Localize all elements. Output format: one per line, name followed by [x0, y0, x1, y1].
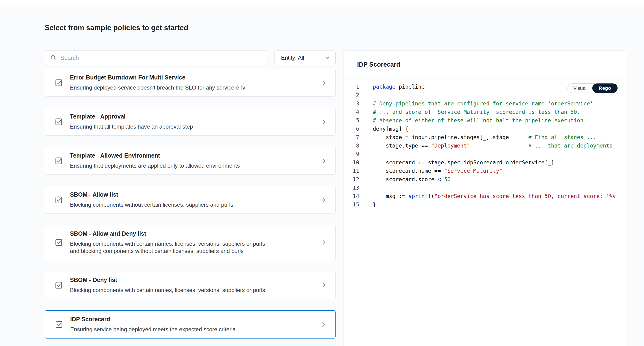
policy-title: Template - Allowed Environment: [70, 152, 320, 159]
policy-description: Blocking components with certain names, …: [70, 240, 269, 255]
chevron-down-icon: [324, 55, 330, 60]
policy-check-icon: [54, 281, 64, 290]
line-number: 6: [344, 125, 368, 133]
policy-card[interactable]: Error Budget Burndown For Multi Service …: [45, 69, 336, 96]
policy-title: SBOM - Allow list: [70, 191, 320, 198]
policy-check-icon: [54, 320, 64, 329]
rego-toggle-button[interactable]: Rego: [592, 83, 618, 93]
policy-check-icon: [54, 156, 64, 166]
policy-check-icon: [54, 78, 64, 87]
policy-preview-panel: IDP Scorecard Visual Rego 1package pipel…: [344, 50, 626, 346]
policy-card-text: SBOM - Allow and Deny list Blocking comp…: [70, 230, 320, 255]
chevron-right-icon: [320, 118, 328, 125]
policy-card[interactable]: SBOM - Deny list Blocking components wit…: [45, 271, 336, 299]
rego-code-editor[interactable]: 1package pipeline23# Deny pipelines that…: [344, 79, 626, 209]
search-icon: [50, 54, 57, 61]
policy-title: IDP Scorecard: [70, 316, 320, 323]
search-input[interactable]: [60, 54, 262, 61]
policy-card-text: SBOM - Allow list Blocking components wi…: [70, 191, 320, 208]
code-line: 3# Deny pipelines that are configured fo…: [344, 99, 626, 108]
policy-card-text: IDP Scorecard Ensuring service being dep…: [70, 316, 320, 333]
code-rows: 1package pipeline23# Deny pipelines that…: [344, 82, 626, 209]
line-number: 11: [344, 167, 368, 175]
code-line: 11 scorecard.name == "Service Maturity": [344, 167, 626, 175]
policy-card-text: SBOM - Deny list Blocking components wit…: [70, 277, 320, 294]
policy-description: Blocking components without certain lice…: [70, 201, 269, 208]
chevron-right-icon: [320, 79, 328, 86]
line-number: 1: [344, 82, 368, 91]
preview-title: IDP Scorecard: [357, 61, 400, 68]
chevron-right-icon: [320, 321, 327, 328]
policy-description: Ensuring service being deployed meets th…: [70, 326, 269, 333]
policy-title: SBOM - Deny list: [70, 277, 320, 283]
page-title: Select from sample policies to get start…: [45, 24, 188, 32]
policy-description: Ensuring that all templates have an appr…: [70, 123, 269, 130]
policy-card[interactable]: Template - Allowed Environment Ensuring …: [45, 147, 336, 175]
code-line: 10 scorecard := stage.spec.idpScorecard.…: [344, 158, 626, 167]
chevron-right-icon: [320, 282, 328, 289]
visual-toggle-button[interactable]: Visual: [568, 84, 592, 93]
code-line: 13: [344, 184, 626, 192]
code-line: 12 scorecard.score < 50: [344, 175, 626, 184]
line-number: 8: [344, 141, 368, 150]
line-number: 13: [344, 184, 368, 192]
code-line: 5# Absence of either of these will not h…: [344, 116, 626, 125]
line-number: 7: [344, 133, 368, 141]
line-number: 10: [344, 158, 368, 167]
code-line: 7 stage = input.pipeline.stages[_].stage…: [344, 133, 626, 141]
code-line: 8 stage.type == "Deployment" # ... that …: [344, 141, 626, 150]
policy-card[interactable]: SBOM - Allow and Deny list Blocking comp…: [45, 225, 336, 260]
code-line: 4# ... and score of 'Service Maturity' s…: [344, 108, 626, 116]
policy-check-icon: [54, 117, 64, 126]
line-number: 4: [344, 108, 368, 116]
code-line: 15}: [344, 200, 626, 209]
line-number: 3: [344, 99, 368, 108]
editor-view-toggle: Visual Rego: [568, 83, 618, 93]
preview-header: IDP Scorecard: [344, 51, 626, 79]
code-line: 9: [344, 150, 626, 158]
policy-library-content: Select from sample policies to get start…: [0, 4, 644, 346]
policy-card[interactable]: IDP Scorecard Ensuring service being dep…: [45, 310, 336, 339]
policy-check-icon: [54, 195, 64, 205]
policy-card-text: Template - Allowed Environment Ensuring …: [70, 152, 320, 169]
policy-card-text: Error Budget Burndown For Multi Service …: [70, 74, 320, 91]
policy-card[interactable]: SBOM - Allow list Blocking components wi…: [45, 186, 336, 214]
chevron-right-icon: [320, 196, 328, 203]
chevron-right-icon: [320, 157, 328, 164]
code-line: 6deny[msg] {: [344, 125, 626, 133]
entity-filter-dropdown[interactable]: Entity: All: [274, 50, 336, 65]
policy-description: Ensuring deployed service doesn't breach…: [70, 84, 269, 91]
line-number: 12: [344, 175, 368, 184]
policy-list: Error Budget Burndown For Multi Service …: [45, 69, 336, 339]
line-number: 5: [344, 116, 368, 125]
policy-card[interactable]: Template - Approval Ensuring that all te…: [45, 108, 336, 136]
top-nav-strip: [0, 0, 644, 4]
search-box[interactable]: [45, 50, 267, 65]
policy-title: Template - Approval: [70, 113, 320, 120]
line-number: 14: [344, 192, 368, 200]
policy-title: Error Budget Burndown For Multi Service: [70, 74, 320, 81]
chevron-right-icon: [320, 239, 328, 246]
policy-check-icon: [54, 238, 64, 247]
entity-filter-label: Entity: All: [281, 54, 304, 61]
policy-card-text: Template - Approval Ensuring that all te…: [70, 113, 320, 130]
code-line: 14 msg := sprintf("orderService has scor…: [344, 192, 626, 200]
list-controls: Entity: All: [45, 50, 336, 65]
policy-title: SBOM - Allow and Deny list: [70, 230, 320, 237]
policy-description: Ensuring that deployments are applied on…: [70, 162, 269, 169]
sample-policies-page: { "header": { "title": "Select from samp…: [0, 0, 644, 346]
policy-description: Blocking components with certain names, …: [70, 286, 269, 294]
line-number: 2: [344, 91, 368, 99]
line-number: 15: [344, 200, 368, 209]
line-number: 9: [344, 150, 368, 158]
